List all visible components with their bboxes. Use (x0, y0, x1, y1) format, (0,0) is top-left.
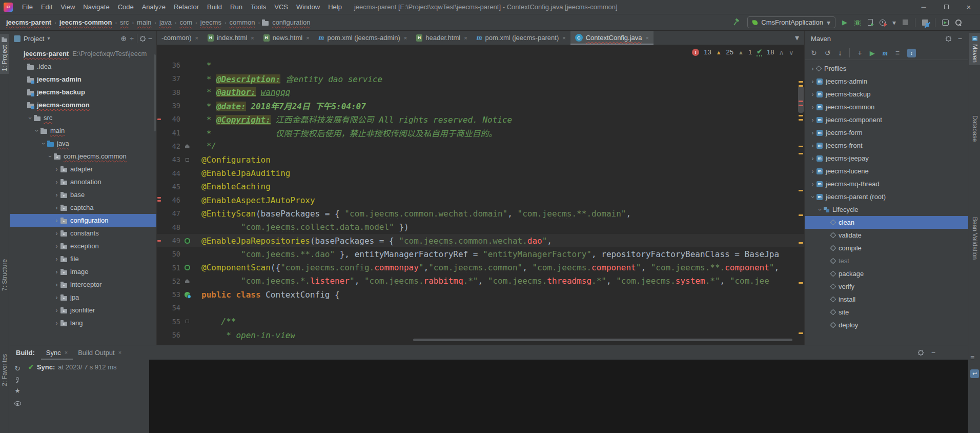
run-icon[interactable]: ▶ (842, 19, 847, 26)
coverage-icon[interactable] (868, 19, 873, 26)
spring-bean-gutter-icon[interactable] (185, 238, 190, 244)
maven-tree-row[interactable]: package (805, 267, 968, 280)
profiler-icon[interactable] (880, 19, 886, 26)
project-tree-row[interactable]: ›image (10, 265, 156, 278)
spring-bean-icon[interactable] (185, 292, 190, 298)
minimize-button[interactable]: ─ (912, 0, 935, 14)
line-number[interactable]: 36 (162, 61, 180, 69)
close-tab-icon[interactable]: × (306, 35, 309, 41)
editor-tab[interactable]: Hindex.html× (203, 31, 259, 45)
project-tree-row[interactable]: ›lang (10, 317, 156, 329)
tree-chevron-icon[interactable]: › (809, 104, 816, 111)
maven-tree-row[interactable]: validate (805, 229, 968, 242)
tree-chevron-icon[interactable]: › (809, 142, 816, 149)
menu-item-window[interactable]: Window (292, 1, 324, 13)
project-tree-row[interactable]: ›constants (10, 227, 156, 240)
error-stripe-mark[interactable] (799, 101, 803, 102)
locate-icon[interactable]: ⊕ (120, 35, 127, 42)
close-tab-icon[interactable]: × (646, 35, 649, 41)
maven-tree-row[interactable]: site (805, 306, 968, 319)
tree-chevron-icon[interactable]: › (53, 281, 60, 288)
close-button[interactable]: × (957, 0, 980, 14)
error-stripe-mark[interactable] (799, 105, 803, 106)
breadcrumb-item[interactable]: jeecms-common (58, 18, 113, 27)
collapse-all-icon[interactable]: ÷ (130, 35, 134, 42)
menu-item-run[interactable]: Run (226, 1, 247, 13)
warning-stripe-mark[interactable] (799, 242, 803, 244)
maven-tree-row[interactable]: ›Lifecycle (805, 203, 968, 216)
line-number[interactable]: 37 (162, 74, 180, 83)
tree-chevron-icon[interactable]: › (53, 191, 60, 199)
execute-goal-icon[interactable]: m (883, 50, 888, 56)
project-tree-row[interactable]: ›adapter (10, 163, 156, 175)
project-tree-row[interactable]: ›main (10, 124, 156, 137)
project-tree-row[interactable]: jeecms-parentE:\Project\xqwTest\jeecm (10, 47, 156, 60)
line-number[interactable]: 50 (162, 250, 180, 258)
debug-icon[interactable] (854, 19, 861, 26)
line-number[interactable]: 44 (162, 169, 180, 178)
tree-chevron-icon[interactable]: › (816, 206, 824, 213)
tree-chevron-icon[interactable]: › (809, 181, 816, 188)
build-status-row[interactable]: ✔ Sync: at 2023/ 7 s 912 ms (28, 363, 146, 371)
editor-body[interactable]: ! 13 ▲ 25 ▲ 1 ✔ 18 ∧ ∨ 36 *37 * @Descrip… (157, 45, 804, 345)
hidden-tabs-dropdown[interactable]: ▾ (790, 31, 804, 45)
tree-chevron-icon[interactable]: › (53, 204, 60, 211)
warning-stripe-mark[interactable] (799, 119, 803, 121)
close-tab-icon[interactable]: × (251, 35, 254, 41)
download-sources-icon[interactable]: ↓ (838, 49, 842, 56)
code-line[interactable]: 38 * @author: wangqq (157, 86, 804, 99)
gear-icon[interactable] (918, 350, 923, 355)
line-number[interactable]: 40 (162, 115, 180, 123)
inspection-widget[interactable]: ! 13 ▲ 25 ▲ 1 ✔ 18 ∧ ∨ (692, 48, 794, 56)
menu-item-code[interactable]: Code (114, 1, 138, 13)
maven-tree-row[interactable]: ›Profiles (805, 62, 968, 75)
tree-chevron-icon[interactable]: › (53, 166, 60, 173)
line-number[interactable]: 49 (162, 237, 180, 245)
build-tab-sync[interactable]: Sync× (41, 345, 73, 360)
breadcrumb-item[interactable]: src (119, 18, 130, 27)
fold-icon[interactable] (186, 158, 189, 162)
maven-tree-row[interactable]: deploy (805, 319, 968, 331)
warning-stripe-mark[interactable] (799, 85, 803, 87)
line-number[interactable]: 51 (162, 264, 180, 272)
line-number[interactable]: 46 (162, 196, 180, 204)
tree-chevron-icon[interactable]: › (809, 78, 816, 85)
maven-settings-icon[interactable]: ↕ (907, 49, 916, 57)
line-number[interactable]: 47 (162, 209, 180, 218)
menu-item-view[interactable]: View (56, 1, 79, 13)
line-number[interactable]: 41 (162, 129, 180, 137)
maven-tree-row[interactable]: ›mjeecms-common (805, 101, 968, 113)
editor-tab[interactable]: CContextConfig.java× (570, 31, 654, 45)
line-number[interactable]: 53 (162, 290, 180, 299)
soft-wrap-icon[interactable]: ↩ (970, 369, 979, 378)
close-tab-icon[interactable]: × (562, 35, 565, 41)
error-stripe[interactable] (797, 45, 804, 345)
close-tab-icon[interactable]: × (404, 35, 407, 41)
maven-tree-row[interactable]: verify (805, 280, 968, 293)
editor-scrollbar-thumb[interactable] (798, 86, 804, 113)
close-tab-icon[interactable]: × (118, 349, 121, 356)
line-number[interactable]: 39 (162, 102, 180, 110)
maven-tree-row[interactable]: install (805, 293, 968, 306)
project-tree-row[interactable]: ›interceptor (10, 278, 156, 291)
maven-tree-row[interactable]: ›mjeecms-jeepay (805, 152, 968, 165)
editor-tab[interactable]: Hnews.html× (259, 31, 314, 45)
tool-window-button-bean-validation[interactable]: Bean Validation (969, 214, 980, 262)
line-number[interactable]: 45 (162, 183, 180, 191)
code-line[interactable]: 50 "com.jeecms.**.dao" }, entityManagerF… (157, 247, 804, 261)
code-line[interactable]: 46@EnableAspectJAutoProxy (157, 193, 804, 207)
gear-icon[interactable] (140, 36, 145, 41)
menu-item-refactor[interactable]: Refactor (170, 1, 203, 13)
tree-chevron-icon[interactable]: › (53, 307, 60, 314)
chevron-down-icon[interactable]: ▾ (47, 36, 50, 41)
tree-chevron-icon[interactable]: › (27, 114, 34, 122)
maven-tree-row[interactable]: ›mjeecms-lucene (805, 165, 968, 178)
project-panel-title[interactable]: Project (24, 35, 44, 43)
tree-chevron-icon[interactable]: › (53, 179, 60, 186)
run-anything-icon[interactable]: ▶ (942, 19, 949, 26)
horizontal-scrollbar[interactable] (413, 339, 792, 341)
tree-chevron-icon[interactable]: › (809, 155, 816, 162)
project-tree-row[interactable]: ›src (10, 111, 156, 124)
warning-stripe-mark[interactable] (799, 153, 803, 154)
project-tree-row[interactable]: ›configuration (10, 214, 156, 227)
